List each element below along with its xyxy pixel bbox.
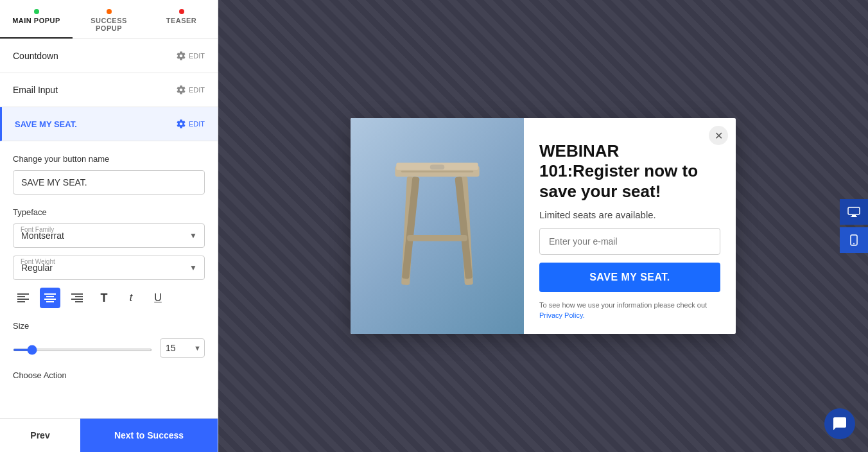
tab-dot-main — [34, 9, 39, 14]
tab-teaser[interactable]: TEASER — [145, 0, 218, 39]
svg-rect-23 — [851, 216, 857, 217]
tab-teaser-label: TEASER — [166, 17, 197, 24]
svg-rect-2 — [17, 299, 29, 300]
popup-close-button[interactable]: ✕ — [709, 126, 728, 145]
mobile-view-btn[interactable] — [840, 227, 868, 253]
svg-rect-20 — [430, 164, 445, 170]
tabs-bar: MAIN POPUP SUCCESS POPUP TEASER — [0, 0, 218, 39]
gear-icon-email — [176, 85, 186, 95]
countdown-edit-label: EDIT — [189, 52, 205, 60]
popup-title: WEBINAR 101:Register now to save your se… — [539, 141, 720, 202]
svg-rect-11 — [75, 301, 83, 302]
svg-rect-5 — [46, 296, 54, 297]
gear-icon — [176, 51, 186, 61]
align-left-icon — [17, 293, 29, 302]
font-family-wrapper: Font Family Montserrat Arial Georgia ▼ — [13, 223, 205, 248]
align-right-btn[interactable] — [67, 288, 87, 308]
tab-main-popup-label: MAIN POPUP — [12, 17, 60, 24]
font-weight-label: Font Weight — [21, 258, 55, 265]
sidebar-item-email-input[interactable]: Email Input EDIT — [0, 73, 218, 107]
sidebar: MAIN POPUP SUCCESS POPUP TEASER Countdow… — [0, 0, 218, 452]
save-my-seat-edit-label: EDIT — [189, 120, 205, 128]
size-label: Size — [13, 321, 205, 331]
svg-rect-1 — [17, 296, 25, 297]
next-button[interactable]: Next to Success — [80, 419, 218, 452]
svg-rect-8 — [71, 293, 83, 295]
sidebar-item-save-my-seat[interactable]: SAVE MY SEAT. EDIT — [0, 107, 218, 141]
svg-point-25 — [853, 243, 855, 245]
popup-privacy: To see how we use your information pleas… — [539, 300, 720, 321]
popup-subtitle: Limited seats are available. — [539, 209, 720, 220]
svg-rect-19 — [401, 171, 474, 173]
gear-icon-save — [176, 119, 186, 129]
bottom-bar: Prev Next to Success — [0, 418, 218, 452]
button-name-label: Change your button name — [13, 154, 205, 164]
mobile-icon — [850, 234, 858, 246]
desktop-view-btn[interactable] — [840, 199, 868, 225]
size-slider-container — [13, 342, 152, 354]
privacy-policy-link[interactable]: Privacy Policy. — [539, 311, 585, 319]
svg-rect-3 — [17, 301, 25, 302]
font-family-label: Font Family — [21, 226, 54, 233]
popup-body: ✕ WEBINAR 101:Register now to save your … — [524, 118, 736, 334]
tab-dot-success — [107, 9, 112, 14]
svg-rect-10 — [71, 299, 83, 300]
bold-T-icon: T — [101, 291, 108, 305]
typeface-label: Typeface — [13, 207, 205, 217]
save-my-seat-label: SAVE MY SEAT. — [15, 119, 77, 129]
svg-rect-0 — [17, 293, 29, 295]
svg-rect-6 — [44, 299, 56, 300]
panel-content: Change your button name Typeface Font Fa… — [0, 141, 218, 418]
chat-icon — [832, 416, 847, 431]
size-row: 15 12 14 16 18 20 24 ▼ — [13, 338, 205, 358]
button-name-input[interactable] — [13, 170, 205, 195]
email-input-edit-label: EDIT — [189, 86, 205, 94]
underline-U-btn[interactable]: U — [148, 288, 168, 308]
sidebar-item-countdown[interactable]: Countdown EDIT — [0, 39, 218, 73]
stool-illustration — [373, 130, 501, 322]
email-input-edit-btn[interactable]: EDIT — [176, 85, 205, 95]
main-area: ✕ WEBINAR 101:Register now to save your … — [218, 0, 868, 452]
countdown-label: Countdown — [13, 51, 58, 61]
tab-success-popup[interactable]: SUCCESS POPUP — [73, 0, 145, 39]
email-input-label: Email Input — [13, 85, 58, 95]
right-panel — [840, 199, 868, 253]
save-my-seat-edit-btn[interactable]: EDIT — [176, 119, 205, 129]
svg-rect-9 — [75, 296, 83, 297]
italic-t-btn[interactable]: t — [121, 288, 141, 308]
popup-modal: ✕ WEBINAR 101:Register now to save your … — [351, 118, 736, 334]
format-row: T t U — [13, 288, 205, 308]
choose-action-label: Choose Action — [13, 370, 205, 380]
popup-image — [351, 118, 524, 334]
popup-email-input[interactable] — [539, 228, 720, 255]
underline-U-icon: U — [154, 292, 162, 304]
svg-rect-22 — [852, 215, 856, 216]
align-center-btn[interactable] — [40, 288, 60, 308]
prev-button[interactable]: Prev — [0, 419, 80, 452]
size-select[interactable]: 15 12 14 16 18 20 24 — [160, 338, 205, 358]
desktop-icon — [847, 207, 860, 217]
chat-button[interactable] — [824, 408, 855, 439]
italic-t-icon: t — [130, 292, 132, 304]
font-weight-wrapper: Font Weight Regular Bold Light ▼ — [13, 256, 205, 280]
size-slider[interactable] — [13, 349, 152, 351]
svg-rect-7 — [46, 301, 54, 302]
align-right-icon — [71, 293, 83, 302]
svg-rect-18 — [407, 235, 467, 241]
tab-dot-teaser — [179, 9, 184, 14]
popup-cta-button[interactable]: SAVE MY SEAT. — [539, 263, 720, 292]
bold-T-btn[interactable]: T — [94, 288, 114, 308]
align-center-icon — [44, 293, 56, 302]
size-select-wrapper: 15 12 14 16 18 20 24 ▼ — [160, 338, 205, 358]
tab-success-popup-label: SUCCESS POPUP — [91, 17, 127, 32]
svg-rect-21 — [848, 207, 860, 214]
tab-main-popup[interactable]: MAIN POPUP — [0, 0, 73, 39]
svg-rect-4 — [44, 293, 56, 295]
align-left-btn[interactable] — [13, 288, 33, 308]
countdown-edit-btn[interactable]: EDIT — [176, 51, 205, 61]
